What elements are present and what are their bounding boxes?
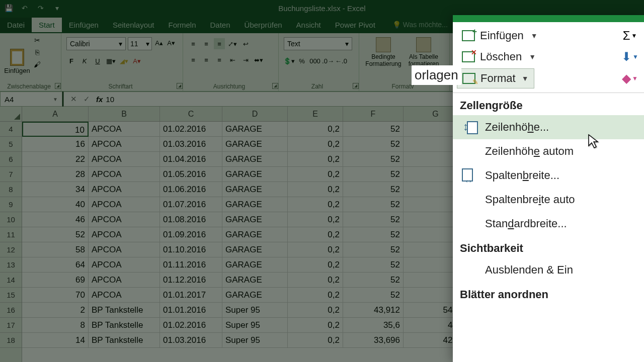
cell[interactable]: 14 bbox=[22, 333, 89, 348]
menu-item-hide-unhide[interactable]: Ausblenden & Ein bbox=[453, 258, 644, 282]
bold-button[interactable]: F bbox=[66, 55, 77, 66]
percent-format-icon[interactable]: % bbox=[296, 55, 307, 66]
cell[interactable]: 0,2 bbox=[288, 197, 343, 212]
row-header[interactable]: 4 bbox=[0, 122, 22, 137]
increase-decimal-icon[interactable]: .0→ bbox=[323, 55, 334, 66]
cell[interactable]: GARAGE bbox=[222, 197, 288, 212]
tab-powerpivot[interactable]: Power Pivot bbox=[328, 18, 382, 32]
cell[interactable]: APCOA bbox=[89, 122, 160, 137]
row-header[interactable]: 9 bbox=[0, 197, 22, 212]
conditional-formatting-button[interactable]: Bedingte Formatierung bbox=[365, 37, 401, 67]
column-header[interactable]: C bbox=[160, 107, 222, 121]
cell[interactable]: APCOA bbox=[89, 167, 160, 182]
cell[interactable]: 01.11.2016 bbox=[160, 257, 222, 273]
cell[interactable]: 52 bbox=[343, 227, 404, 242]
cell[interactable]: BP Tankstelle bbox=[89, 318, 160, 333]
cell[interactable]: 01.05.2016 bbox=[160, 167, 222, 182]
cell[interactable]: 0,2 bbox=[288, 318, 343, 333]
align-middle-icon[interactable]: ≡ bbox=[201, 38, 212, 49]
cell[interactable]: 52 bbox=[343, 182, 404, 197]
clear-button[interactable]: ◆▼ bbox=[620, 69, 640, 87]
cell[interactable]: 01.01.2016 bbox=[160, 303, 222, 318]
cell[interactable]: 0,2 bbox=[288, 167, 343, 182]
cell[interactable]: 01.10.2016 bbox=[160, 242, 222, 257]
font-launcher-icon[interactable]: ◢ bbox=[177, 83, 183, 89]
cell[interactable]: 52 bbox=[343, 152, 404, 167]
insert-cells-button[interactable]: Einfügen▼ bbox=[457, 26, 543, 45]
cell[interactable]: 0,2 bbox=[288, 152, 343, 167]
cell[interactable]: 34 bbox=[22, 182, 89, 197]
row-header[interactable]: 12 bbox=[0, 242, 22, 257]
number-format-select[interactable]: Text▾ bbox=[284, 37, 352, 50]
underline-button[interactable]: U bbox=[92, 55, 103, 66]
cell[interactable]: 69 bbox=[22, 273, 89, 288]
menu-item-default-width[interactable]: Standardbreite... bbox=[453, 212, 644, 236]
cell[interactable]: GARAGE bbox=[222, 257, 288, 273]
number-launcher-icon[interactable]: ◢ bbox=[353, 83, 359, 89]
cell[interactable]: APCOA bbox=[89, 257, 160, 273]
menu-item-column-autofit[interactable]: Spaltenbreite auto bbox=[453, 188, 644, 212]
cell[interactable]: 01.01.2017 bbox=[160, 288, 222, 303]
menu-item-row-height[interactable]: Zeilenhöhe... bbox=[453, 115, 644, 139]
cell[interactable]: GARAGE bbox=[222, 288, 288, 303]
cell[interactable]: 2 bbox=[22, 303, 89, 318]
tab-review[interactable]: Überprüfen bbox=[237, 18, 289, 32]
cell[interactable]: 01.09.2016 bbox=[160, 227, 222, 242]
cell[interactable]: APCOA bbox=[89, 137, 160, 152]
menu-item-row-autofit[interactable]: Zeilenhöhe autom bbox=[453, 139, 644, 163]
cell[interactable]: 01.03.2016 bbox=[160, 333, 222, 348]
cell[interactable]: 46 bbox=[22, 212, 89, 227]
cell[interactable]: GARAGE bbox=[222, 152, 288, 167]
decrease-indent-icon[interactable]: ⇤ bbox=[227, 54, 238, 65]
row-header[interactable]: 18 bbox=[0, 333, 22, 348]
cell[interactable]: 01.02.2016 bbox=[160, 122, 222, 137]
cell[interactable]: 01.06.2016 bbox=[160, 182, 222, 197]
cell[interactable]: 0,2 bbox=[288, 227, 343, 242]
cell[interactable]: APCOA bbox=[89, 182, 160, 197]
row-header[interactable]: 6 bbox=[0, 152, 22, 167]
tab-view[interactable]: Ansicht bbox=[289, 18, 328, 32]
column-header[interactable]: F bbox=[343, 107, 404, 121]
cell[interactable]: 35,6 bbox=[343, 318, 404, 333]
cell[interactable]: APCOA bbox=[89, 273, 160, 288]
column-header[interactable]: E bbox=[288, 107, 343, 121]
cell[interactable]: 0,2 bbox=[288, 333, 343, 348]
cell[interactable]: 01.08.2016 bbox=[160, 212, 222, 227]
row-header[interactable]: 14 bbox=[0, 273, 22, 288]
align-bottom-icon[interactable]: ≡ bbox=[214, 38, 225, 49]
cell[interactable]: 52 bbox=[343, 122, 404, 137]
cell[interactable]: GARAGE bbox=[222, 212, 288, 227]
cell[interactable]: 01.03.2016 bbox=[160, 137, 222, 152]
align-center-icon[interactable]: ≡ bbox=[201, 54, 212, 65]
comma-format-icon[interactable]: 000 bbox=[309, 55, 320, 66]
cell[interactable]: 0,2 bbox=[288, 303, 343, 318]
column-header[interactable]: B bbox=[89, 107, 160, 121]
font-name-select[interactable]: Calibri▾ bbox=[66, 37, 126, 50]
format-painter-icon[interactable]: 🖌 bbox=[32, 59, 42, 69]
enter-formula-icon[interactable]: ✓ bbox=[80, 95, 93, 104]
cell[interactable]: 52 bbox=[343, 212, 404, 227]
cell[interactable]: 52 bbox=[343, 288, 404, 303]
undo-icon[interactable]: ↶ bbox=[20, 4, 29, 13]
cell[interactable]: 0,2 bbox=[288, 212, 343, 227]
name-box[interactable]: A4▼ bbox=[0, 92, 62, 107]
cell[interactable]: 0,2 bbox=[288, 137, 343, 152]
cell[interactable]: 01.12.2016 bbox=[160, 273, 222, 288]
format-cells-button[interactable]: Format▼ bbox=[457, 68, 534, 88]
cell[interactable]: 33,696 bbox=[343, 333, 404, 348]
row-header[interactable]: 8 bbox=[0, 182, 22, 197]
cell[interactable]: Super 95 bbox=[222, 333, 288, 348]
cell[interactable]: 52 bbox=[343, 257, 404, 273]
qat-customize-icon[interactable]: ▾ bbox=[52, 4, 61, 13]
cell[interactable]: 52 bbox=[343, 273, 404, 288]
column-header[interactable]: A bbox=[22, 107, 89, 121]
cell[interactable]: APCOA bbox=[89, 288, 160, 303]
tab-data[interactable]: Daten bbox=[203, 18, 237, 32]
select-all-corner[interactable] bbox=[0, 107, 22, 122]
cell[interactable]: GARAGE bbox=[222, 167, 288, 182]
cancel-formula-icon[interactable]: ✕ bbox=[67, 95, 80, 104]
redo-icon[interactable]: ↷ bbox=[36, 4, 45, 13]
format-as-table-button[interactable]: Als Tabelle formatieren bbox=[406, 37, 442, 67]
clipboard-launcher-icon[interactable]: ◢ bbox=[55, 83, 61, 89]
row-header[interactable]: 16 bbox=[0, 303, 22, 318]
